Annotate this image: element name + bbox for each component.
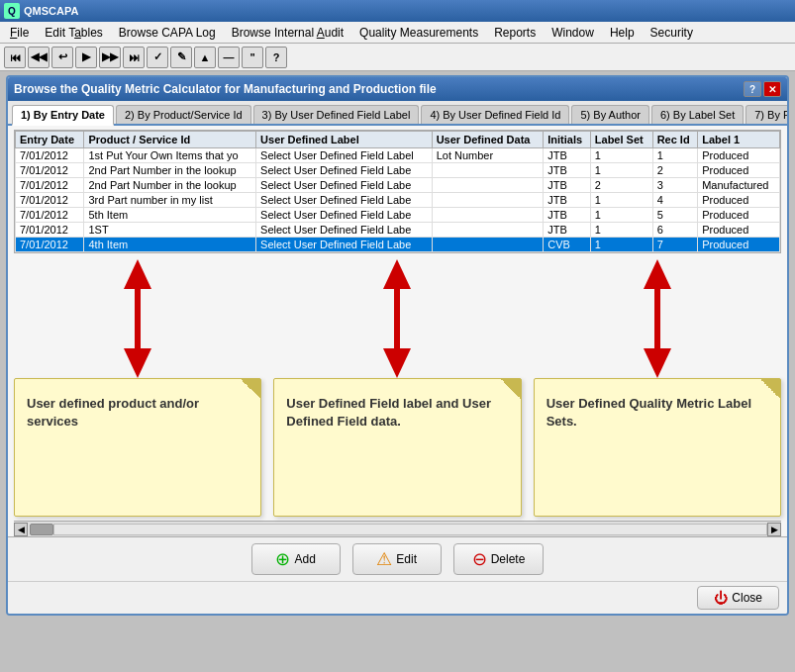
edit-label: Edit bbox=[396, 552, 417, 566]
menu-file[interactable]: File bbox=[2, 24, 37, 42]
tab-by-author[interactable]: 5) By Author bbox=[571, 105, 649, 124]
table-cell: 7/01/2012 bbox=[16, 148, 84, 163]
scrollbar-right-arrow[interactable]: ▶ bbox=[767, 523, 781, 536]
menu-window[interactable]: Window bbox=[544, 24, 602, 42]
toolbar-prev[interactable]: ↩ bbox=[51, 47, 73, 68]
table-cell: 3 bbox=[652, 178, 698, 193]
toolbar-help[interactable]: ? bbox=[265, 47, 287, 68]
toolbar-check[interactable]: ✓ bbox=[147, 47, 168, 68]
tab-by-user-defined-id[interactable]: 4) By User Defined Field Id bbox=[421, 105, 569, 124]
table-row[interactable]: 7/01/20123rd Part number in my listSelec… bbox=[16, 193, 780, 208]
close-button[interactable]: ⏻ Close bbox=[697, 586, 779, 610]
table-cell: Produced bbox=[698, 223, 780, 238]
dialog-help-button[interactable]: ? bbox=[744, 81, 761, 97]
table-cell bbox=[432, 223, 544, 238]
table-cell: Lot Number bbox=[432, 148, 544, 163]
table-cell: JTB bbox=[544, 163, 591, 178]
data-table-container: Entry Date Product / Service Id User Def… bbox=[14, 130, 781, 253]
arrow-down-1 bbox=[124, 348, 151, 378]
note-text-1: User defined product and/or services bbox=[27, 395, 248, 431]
table-row[interactable]: 7/01/20125th ItemSelect User Defined Fie… bbox=[16, 208, 780, 223]
tab-by-record-id[interactable]: 7) By Record Id bbox=[745, 105, 789, 124]
menu-quality-measurements[interactable]: Quality Measurements bbox=[351, 24, 486, 42]
note-column-3: User Defined Quality Metric Label Sets. bbox=[534, 259, 781, 517]
table-cell: Select User Defined Field Labe bbox=[256, 223, 433, 238]
scrollbar-track[interactable] bbox=[53, 524, 767, 535]
tabs-bar: 1) By Entry Date 2) By Product/Service I… bbox=[8, 101, 787, 126]
toolbar-dash[interactable]: — bbox=[218, 47, 240, 68]
arrow-line-2 bbox=[394, 289, 400, 348]
col-product[interactable]: Product / Service Id bbox=[84, 132, 256, 148]
table-cell: 7/01/2012 bbox=[16, 223, 84, 238]
table-row[interactable]: 7/01/20122nd Part Number in the lookupSe… bbox=[16, 178, 780, 193]
table-cell: 1 bbox=[652, 148, 698, 163]
menu-reports[interactable]: Reports bbox=[486, 24, 544, 42]
table-row[interactable]: 7/01/20121STSelect User Defined Field La… bbox=[16, 223, 780, 238]
toolbar-next-next[interactable]: ▶▶ bbox=[99, 47, 121, 68]
table-cell: JTB bbox=[544, 148, 591, 163]
scrollbar-left-arrow[interactable]: ◀ bbox=[14, 523, 28, 536]
menu-help[interactable]: Help bbox=[602, 24, 643, 42]
delete-icon: ⊖ bbox=[472, 548, 487, 570]
toolbar-quote[interactable]: " bbox=[242, 47, 263, 68]
tab-by-user-defined-label[interactable]: 3) By User Defined Field Label bbox=[253, 105, 420, 124]
table-cell: 2 bbox=[590, 178, 652, 193]
table-cell: 7/01/2012 bbox=[16, 208, 84, 223]
table-cell bbox=[432, 178, 544, 193]
table-cell: JTB bbox=[544, 208, 591, 223]
menu-security[interactable]: Security bbox=[643, 24, 701, 42]
toolbar-prev-prev[interactable]: ◀◀ bbox=[28, 47, 50, 68]
toolbar-edit[interactable]: ✎ bbox=[170, 47, 192, 68]
arrow-line-3 bbox=[654, 289, 660, 348]
edit-button[interactable]: ⚠ Edit bbox=[352, 543, 442, 575]
close-label: Close bbox=[732, 591, 762, 605]
table-cell: Produced bbox=[698, 238, 780, 252]
menu-browse-capa[interactable]: Browse CAPA Log bbox=[111, 24, 224, 42]
table-cell: 1 bbox=[590, 223, 652, 238]
scrollbar-thumb[interactable] bbox=[30, 524, 53, 535]
table-cell: Produced bbox=[698, 208, 780, 223]
table-row[interactable]: 7/01/20124th ItemSelect User Defined Fie… bbox=[16, 238, 780, 252]
table-cell bbox=[432, 163, 544, 178]
horizontal-scrollbar[interactable]: ◀ ▶ bbox=[14, 521, 781, 536]
menu-browse-internal-audit[interactable]: Browse Internal Audit bbox=[224, 24, 351, 42]
table-cell: 2nd Part Number in the lookup bbox=[84, 178, 256, 193]
arrow-up-3 bbox=[644, 259, 671, 289]
col-user-label[interactable]: User Defined Label bbox=[256, 132, 433, 148]
menu-bar: File Edit Tables Browse CAPA Log Browse … bbox=[0, 22, 795, 44]
edit-icon: ⚠ bbox=[376, 548, 392, 570]
toolbar-next[interactable]: ▶ bbox=[75, 47, 97, 68]
col-user-data[interactable]: User Defined Data bbox=[432, 132, 544, 148]
table-cell: Manufactured bbox=[698, 178, 780, 193]
table-cell: 1 bbox=[590, 208, 652, 223]
note-text-2: User Defined Field label and User Define… bbox=[286, 395, 508, 431]
arrow-line-1 bbox=[135, 289, 141, 348]
table-cell: 4th Item bbox=[84, 238, 256, 252]
table-row[interactable]: 7/01/20122nd Part Number in the lookupSe… bbox=[16, 163, 780, 178]
col-initials[interactable]: Initials bbox=[544, 132, 591, 148]
col-label1[interactable]: Label 1 bbox=[698, 132, 780, 148]
dialog-window: Browse the Quality Metric Calculator for… bbox=[6, 75, 789, 616]
tab-by-label-set[interactable]: 6) By Label Set bbox=[651, 105, 744, 124]
dialog-title-bar: Browse the Quality Metric Calculator for… bbox=[8, 77, 787, 101]
table-cell: 4 bbox=[652, 193, 698, 208]
add-button[interactable]: ⊕ Add bbox=[251, 543, 341, 575]
table-row[interactable]: 7/01/20121st Put Your Own Items that yoS… bbox=[16, 148, 780, 163]
power-icon: ⏻ bbox=[714, 590, 728, 606]
tab-by-entry-date[interactable]: 1) By Entry Date bbox=[12, 105, 114, 126]
toolbar-first[interactable]: ⏮ bbox=[4, 47, 26, 68]
table-cell: 7/01/2012 bbox=[16, 193, 84, 208]
delete-button[interactable]: ⊖ Delete bbox=[453, 543, 545, 575]
table-cell: 2 bbox=[652, 163, 698, 178]
toolbar-up[interactable]: ▲ bbox=[194, 47, 216, 68]
menu-edit-tables[interactable]: Edit Tables bbox=[37, 24, 111, 42]
col-entry-date[interactable]: Entry Date bbox=[16, 132, 84, 148]
table-cell: Produced bbox=[698, 148, 780, 163]
dialog-close-button[interactable]: ✕ bbox=[763, 81, 781, 97]
table-cell: 7/01/2012 bbox=[16, 178, 84, 193]
toolbar-last[interactable]: ⏭ bbox=[123, 47, 145, 68]
col-label-set[interactable]: Label Set bbox=[590, 132, 652, 148]
tab-by-product[interactable]: 2) By Product/Service Id bbox=[116, 105, 251, 124]
col-rec-id[interactable]: Rec Id bbox=[652, 132, 698, 148]
table-cell: 6 bbox=[652, 223, 698, 238]
